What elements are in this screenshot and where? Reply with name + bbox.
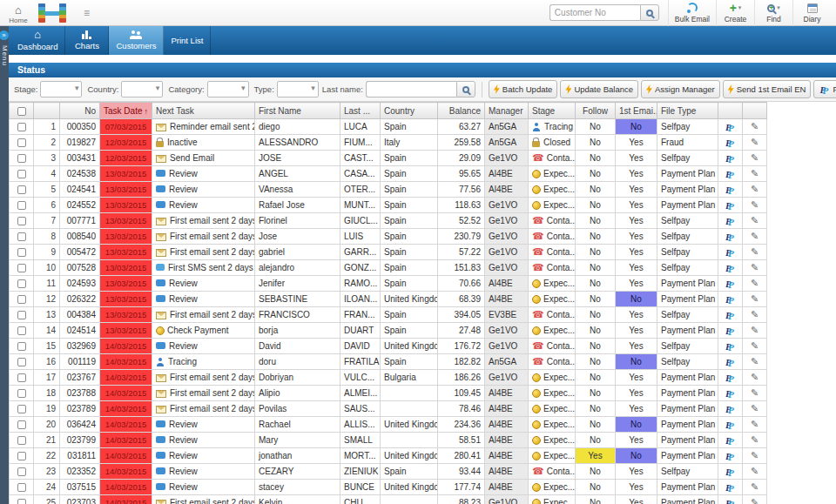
country-select[interactable]: [121, 81, 163, 97]
table-row[interactable]: 300343112/03/2015Send EmailJOSECAST...Sp…: [10, 151, 767, 166]
paypal-icon[interactable]: [725, 247, 736, 258]
batch-update-button[interactable]: Batch Update: [489, 80, 558, 98]
row-checkbox[interactable]: [17, 170, 26, 178]
category-select[interactable]: [207, 81, 249, 97]
select-all-header[interactable]: [10, 103, 34, 119]
paypal-icon[interactable]: [725, 373, 736, 383]
assign-manager-button[interactable]: Assign Manager: [641, 80, 720, 98]
menu-expand-icon[interactable]: »: [0, 30, 9, 40]
edit-icon[interactable]: [751, 309, 758, 320]
find-button[interactable]: ▾Find: [754, 0, 792, 26]
table-row[interactable]: 1600111914/03/2015TracingdoruFRATILASpai…: [10, 354, 767, 370]
row-checkbox[interactable]: [17, 295, 26, 304]
row-checkbox[interactable]: [17, 264, 26, 272]
edit-icon[interactable]: [751, 184, 758, 195]
tab-print-list[interactable]: Print List: [164, 26, 211, 55]
bulk-email-button[interactable]: Bulk Email: [668, 0, 716, 26]
update-balance-button[interactable]: Update Balance: [560, 80, 638, 98]
row-checkbox[interactable]: [17, 436, 26, 445]
paypal-icon[interactable]: [725, 420, 736, 430]
tab-charts[interactable]: Charts: [65, 26, 109, 55]
table-row[interactable]: 402453813/03/2015ReviewANGELCASA...Spain…: [10, 166, 767, 182]
edit-icon[interactable]: [751, 481, 758, 493]
edit-icon[interactable]: [751, 262, 758, 273]
menu-toggle-icon[interactable]: ≡: [84, 7, 90, 19]
edit-icon[interactable]: [751, 231, 758, 242]
table-row[interactable]: 100035007/03/2015Reminder email sent 2 d…: [10, 119, 767, 135]
paypal-icon[interactable]: [725, 341, 736, 352]
row-checkbox[interactable]: [17, 185, 26, 194]
edit-icon[interactable]: [751, 450, 758, 461]
menu-strip[interactable]: » Menu: [0, 26, 9, 504]
paypal-icon[interactable]: [725, 467, 736, 477]
tab-dashboard[interactable]: Dashboard: [10, 26, 65, 55]
paypal-icon[interactable]: [725, 294, 736, 305]
edit-icon[interactable]: [751, 168, 758, 179]
column-header-follow[interactable]: Follow: [576, 103, 616, 119]
row-checkbox[interactable]: [17, 499, 26, 504]
edit-icon[interactable]: [751, 215, 758, 226]
edit-icon[interactable]: [751, 340, 758, 352]
row-checkbox[interactable]: [17, 452, 26, 460]
row-checkbox[interactable]: [17, 405, 26, 413]
paypal-icon[interactable]: [725, 326, 736, 336]
edit-icon[interactable]: [751, 325, 758, 336]
table-row[interactable]: 1802378814/03/2015First email sent 2 day…: [10, 386, 767, 401]
row-checkbox[interactable]: [17, 138, 26, 147]
table-row[interactable]: 1000752813/03/2015First SMS sent 2 days …: [10, 260, 767, 276]
column-header-first-email[interactable]: 1st Emai...: [616, 103, 657, 119]
row-checkbox[interactable]: [17, 342, 26, 351]
paypal-icon[interactable]: [725, 404, 736, 414]
edit-icon[interactable]: [751, 199, 758, 211]
edit-icon[interactable]: [751, 434, 758, 446]
paypal-icon[interactable]: [725, 451, 736, 461]
edit-icon[interactable]: [751, 497, 758, 504]
row-checkbox[interactable]: [17, 248, 26, 257]
row-checkbox[interactable]: [17, 373, 26, 382]
stage-select[interactable]: [40, 81, 82, 97]
table-row[interactable]: 1202632213/03/2015ReviewSEBASTINEILOAN..…: [10, 292, 767, 307]
table-row[interactable]: 602455213/03/2015ReviewRafael JoseMUNT..…: [10, 198, 767, 213]
table-row[interactable]: 1503296914/03/2015ReviewDavidDAVIDUnited…: [10, 339, 767, 354]
row-checkbox[interactable]: [17, 420, 26, 429]
dropdown-arrow-icon[interactable]: ▾: [777, 4, 780, 11]
paypal-icon[interactable]: [725, 357, 736, 367]
edit-icon[interactable]: [751, 121, 758, 132]
paypal-icon[interactable]: [725, 185, 736, 195]
row-checkbox[interactable]: [17, 389, 26, 398]
table-row[interactable]: 1702376714/03/2015First email sent 2 day…: [10, 370, 767, 386]
row-checkbox[interactable]: [17, 123, 26, 131]
column-header-no[interactable]: No: [60, 103, 100, 119]
dropdown-arrow-icon[interactable]: ▾: [738, 4, 742, 11]
last-name-input[interactable]: [366, 81, 456, 97]
customer-no-search-button[interactable]: [640, 4, 659, 21]
table-row[interactable]: 2003642414/03/2015ReviewRachaelALLIS...U…: [10, 417, 767, 433]
row-checkbox[interactable]: [17, 279, 26, 288]
table-row[interactable]: 2502370314/03/2015First email sent 2 day…: [10, 495, 767, 504]
column-header-balance[interactable]: Balance: [438, 103, 485, 119]
edit-icon[interactable]: [751, 356, 758, 367]
paypal-icon[interactable]: [725, 388, 736, 399]
table-row[interactable]: 1902378914/03/2015First email sent 2 day…: [10, 401, 767, 417]
table-row[interactable]: 2203181114/03/2015ReviewjonathanMORT...U…: [10, 448, 767, 464]
type-select[interactable]: [277, 81, 319, 97]
table-row[interactable]: 201982712/03/2015InactiveALESSANDROFIUM.…: [10, 135, 767, 151]
edit-icon[interactable]: [751, 387, 758, 399]
row-checkbox[interactable]: [17, 483, 26, 492]
edit-icon[interactable]: [751, 372, 758, 383]
edit-icon[interactable]: [751, 137, 758, 148]
paypal-icon[interactable]: [725, 263, 736, 273]
table-row[interactable]: 900547213/03/2015First email sent 2 days…: [10, 245, 767, 260]
row-checkbox[interactable]: [17, 358, 26, 366]
paypal-icon[interactable]: [725, 482, 736, 493]
edit-icon[interactable]: [751, 246, 758, 258]
paypal-icon[interactable]: [725, 153, 736, 164]
edit-icon[interactable]: [751, 466, 758, 477]
paypal-icon[interactable]: [725, 200, 736, 211]
tab-customers[interactable]: Customers: [109, 26, 164, 55]
home-button[interactable]: Home: [5, 2, 31, 24]
row-checkbox[interactable]: [17, 232, 26, 241]
edit-icon[interactable]: [751, 293, 758, 305]
last-name-search-button[interactable]: [456, 81, 475, 97]
customer-no-input[interactable]: [549, 4, 640, 21]
